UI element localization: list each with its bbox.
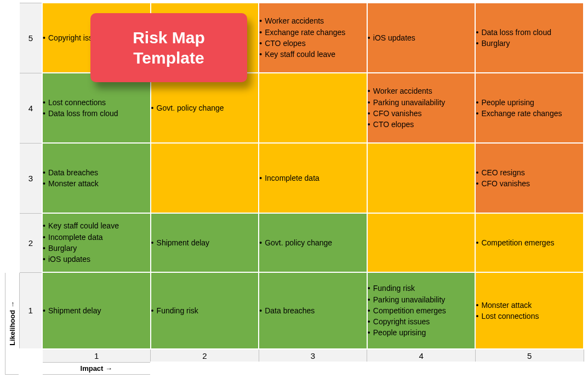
col-header: 3 <box>259 349 367 362</box>
risk-cell: Lost connectionsData loss from cloud <box>42 73 151 143</box>
corner-blank <box>5 73 19 143</box>
risk-item: Govt. policy change <box>151 102 259 113</box>
row-header: 4 <box>19 73 42 143</box>
risk-item: Incomplete data <box>259 173 367 184</box>
risk-item: CFO vanishes <box>476 178 583 189</box>
risk-item: Data loss from cloud <box>43 108 150 119</box>
risk-item: Copyright issues <box>368 316 475 327</box>
risk-cell: Funding riskParking unavailabilityCompet… <box>367 272 476 349</box>
risk-item: Incomplete data <box>43 232 150 243</box>
risk-cell <box>151 143 259 213</box>
risk-cell: Monster attackLost connections <box>475 272 584 349</box>
risk-item: CTO elopes <box>368 119 475 130</box>
risk-list: Funding riskParking unavailabilityCompet… <box>368 283 475 338</box>
blank <box>475 362 584 374</box>
risk-item: Parking unavailability <box>368 97 475 108</box>
y-axis-label: Likelihood → <box>8 301 16 346</box>
risk-item: Worker accidents <box>259 15 367 26</box>
y-axis-label-cell: Likelihood → <box>5 272 19 374</box>
risk-cell <box>367 213 476 272</box>
row-header: 3 <box>19 143 42 213</box>
risk-item: Data loss from cloud <box>476 27 583 38</box>
risk-item: Exchange rate changes <box>476 108 583 119</box>
risk-item: Lost connections <box>43 97 150 108</box>
risk-list: Data loss from cloudBurglary <box>476 27 583 49</box>
risk-item: iOS updates <box>368 32 475 43</box>
risk-cell: Data loss from cloudBurglary <box>475 3 584 73</box>
risk-item: Shipment delay <box>151 237 259 248</box>
risk-cell: People uprisingExchange rate changes <box>475 73 584 143</box>
blank <box>259 362 367 374</box>
risk-list: Data breaches <box>259 305 367 316</box>
risk-item: Monster attack <box>43 178 150 189</box>
risk-list: Govt. policy change <box>151 102 259 113</box>
risk-item: Key staff could leave <box>259 49 367 60</box>
risk-item: Govt. policy change <box>259 237 367 248</box>
risk-list: People uprisingExchange rate changes <box>476 97 583 119</box>
risk-cell: Govt. policy change <box>259 213 367 272</box>
risk-cell: Data breachesMonster attack <box>42 143 151 213</box>
col-header: 4 <box>367 349 476 362</box>
risk-item: People uprising <box>368 327 475 338</box>
risk-cell <box>367 143 476 213</box>
risk-item: Funding risk <box>151 305 259 316</box>
col-header: 2 <box>151 349 259 362</box>
risk-item: Parking unavailability <box>368 294 475 305</box>
row-header: 5 <box>19 3 42 73</box>
risk-cell: Worker accidentsExchange rate changesCTO… <box>259 3 367 73</box>
blank <box>367 362 476 374</box>
row-header: 2 <box>19 213 42 272</box>
risk-item: Burglary <box>476 38 583 49</box>
risk-cell: Govt. policy change <box>151 73 259 143</box>
risk-list: Monster attackLost connections <box>476 300 583 322</box>
risk-list: CEO resignsCFO vanishes <box>476 167 583 190</box>
corner-blank <box>19 349 42 362</box>
blank <box>151 362 259 374</box>
corner-blank <box>5 143 19 213</box>
risk-list: iOS updates <box>368 32 475 43</box>
risk-item: Worker accidents <box>368 85 475 96</box>
risk-list: Lost connectionsData loss from cloud <box>43 97 150 119</box>
col-header: 5 <box>475 349 584 362</box>
risk-cell: Funding risk <box>151 272 259 349</box>
risk-list: Incomplete data <box>259 173 367 184</box>
risk-item: Competition emerges <box>368 305 475 316</box>
risk-cell: Shipment delay <box>151 213 259 272</box>
risk-cell: Key staff could leaveIncomplete dataBurg… <box>42 213 151 272</box>
risk-item: CEO resigns <box>476 167 583 178</box>
risk-cell: CEO resignsCFO vanishes <box>475 143 584 213</box>
risk-item: Shipment delay <box>43 305 150 316</box>
risk-item: CFO vanishes <box>368 108 475 119</box>
title-card-text: Risk Map Template <box>101 27 236 68</box>
risk-item: Monster attack <box>476 300 583 311</box>
risk-list: Shipment delay <box>43 305 150 316</box>
risk-list: Data breachesMonster attack <box>43 167 150 190</box>
risk-item: CTO elopes <box>259 38 367 49</box>
risk-cell: iOS updates <box>367 3 476 73</box>
risk-item: Key staff could leave <box>43 220 150 231</box>
risk-item: Data breaches <box>259 305 367 316</box>
risk-item: Burglary <box>43 243 150 254</box>
risk-item: Competition emerges <box>476 237 583 248</box>
risk-list: Key staff could leaveIncomplete dataBurg… <box>43 220 150 265</box>
risk-cell: Shipment delay <box>42 272 151 349</box>
risk-list: Worker accidentsParking unavailabilityCF… <box>368 85 475 130</box>
title-card: Risk Map Template <box>90 13 247 82</box>
row-header: 1 <box>19 272 42 349</box>
risk-list: Competition emerges <box>476 237 583 248</box>
risk-item: People uprising <box>476 97 583 108</box>
risk-cell: Competition emerges <box>475 213 584 272</box>
risk-cell: Incomplete data <box>259 143 367 213</box>
risk-item: Data breaches <box>43 167 150 178</box>
risk-list: Funding risk <box>151 305 259 316</box>
risk-item: Funding risk <box>368 283 475 294</box>
risk-list: Shipment delay <box>151 237 259 248</box>
col-header: 1 <box>42 349 151 362</box>
risk-item: Exchange rate changes <box>259 27 367 38</box>
risk-cell: Worker accidentsParking unavailabilityCF… <box>367 73 476 143</box>
risk-item: Lost connections <box>476 311 583 322</box>
risk-list: Worker accidentsExchange rate changesCTO… <box>259 15 367 60</box>
corner-blank <box>5 213 19 272</box>
risk-list: Govt. policy change <box>259 237 367 248</box>
corner-blank <box>19 362 42 374</box>
